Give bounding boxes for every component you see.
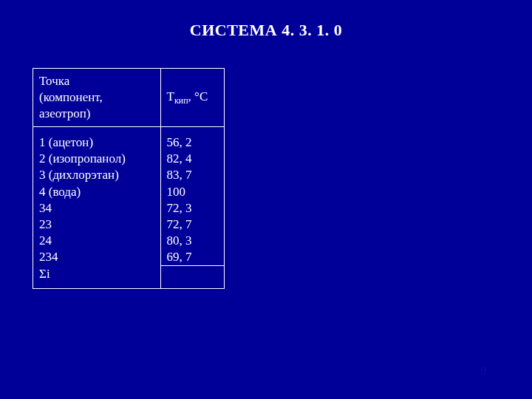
cell-point: 4 (вода) [33,184,160,200]
header-col2-suffix: , °C [188,89,208,103]
cell-point: 23 [33,216,160,233]
header-col2-prefix: Т [167,89,174,103]
header-col1-line3: азеотроп) [39,106,156,122]
cell-tboil: 56, 2 [160,127,224,151]
table-header-row: Точка (компонент, азеотроп) Ткип, °C [33,69,224,127]
page-number: 9 [481,364,487,377]
cell-point: 2 (изопропанол) [33,151,160,167]
table-row: 234 69, 7 [33,249,224,266]
header-col2-sub: кип [174,95,188,106]
cell-point: 24 [33,233,160,249]
table-row: 3 (дихлорэтан) 83, 7 [33,167,224,183]
cell-point: 3 (дихлорэтан) [33,167,160,183]
cell-sigma: Σi [33,266,160,288]
header-col-point: Точка (компонент, азеотроп) [33,69,160,127]
table-row-sigma: Σi [33,266,224,288]
table-row: 34 72, 3 [33,200,224,216]
header-col1-line1: Точка [39,73,156,89]
table-row: 2 (изопропанол) 82, 4 [33,151,224,167]
table-row: 1 (ацетон) 56, 2 [33,127,224,151]
header-col-tboil: Ткип, °C [160,69,224,127]
cell-tboil: 83, 7 [160,167,224,183]
cell-tboil: 72, 3 [160,200,224,216]
cell-point: 34 [33,200,160,216]
table-row: 24 80, 3 [33,233,224,249]
table-row: 4 (вода) 100 [33,184,224,200]
page-title: СИСТЕМА 4. 3. 1. 0 [0,21,532,40]
table-row: 23 72, 7 [33,216,224,233]
cell-point: 1 (ацетон) [33,127,160,151]
cell-tboil: 100 [160,184,224,200]
cell-tboil: 72, 7 [160,216,224,233]
cell-tboil: 69, 7 [160,249,224,266]
cell-tboil: 82, 4 [160,151,224,167]
data-table: Точка (компонент, азеотроп) Ткип, °C 1 (… [33,68,225,289]
cell-tboil: 80, 3 [160,233,224,249]
header-col1-line2: (компонент, [39,89,156,106]
cell-sigma-val [160,266,224,288]
cell-point: 234 [33,249,160,266]
